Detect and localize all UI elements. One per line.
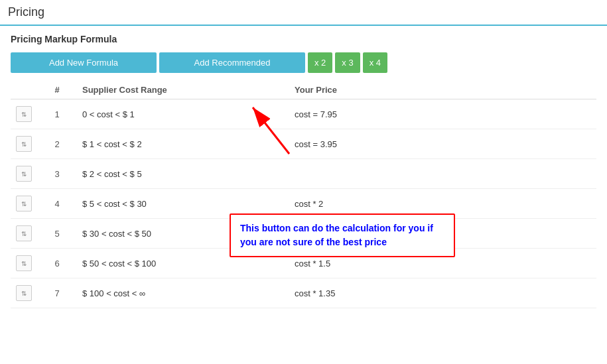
pricing-section: Pricing Markup Formula Add New Formula A… [0, 26, 607, 316]
section-title: Pricing Markup Formula [11, 34, 596, 44]
add-recommended-button[interactable]: Add Recommended [159, 52, 305, 73]
sort-cell[interactable]: ⇅ [11, 219, 37, 249]
header-sort [11, 81, 37, 99]
row-num: 6 [37, 249, 77, 278]
sort-control[interactable]: ⇅ [16, 225, 32, 241]
row-num: 4 [37, 189, 77, 219]
row-range: $ 1 < cost < $ 2 [77, 129, 210, 159]
header-arrow-spacer [210, 81, 289, 99]
header-range: Supplier Cost Range [77, 81, 210, 99]
row-spacer [210, 99, 289, 129]
sort-cell[interactable]: ⇅ [11, 159, 37, 189]
sort-cell[interactable]: ⇅ [11, 99, 37, 129]
row-range: $ 50 < cost < $ 100 [77, 249, 210, 278]
tooltip-text: This button can do the calculation for y… [230, 213, 455, 257]
row-num: 7 [37, 278, 77, 308]
table-row: ⇅3$ 2 < cost < $ 5 [11, 159, 596, 189]
multiplier-x3-button[interactable]: x 3 [335, 52, 360, 73]
header-num: # [37, 81, 77, 99]
sort-cell[interactable]: ⇅ [11, 189, 37, 219]
page-header: Pricing [0, 0, 607, 26]
pricing-table-container: # Supplier Cost Range Your Price ⇅10 < c… [11, 81, 596, 308]
sort-cell[interactable]: ⇅ [11, 129, 37, 159]
multiplier-x2-button[interactable]: x 2 [308, 52, 332, 73]
row-spacer [210, 129, 289, 159]
row-spacer [210, 278, 289, 308]
row-num: 2 [37, 129, 77, 159]
multiplier-x4-button[interactable]: x 4 [363, 52, 387, 73]
row-range: $ 5 < cost < $ 30 [77, 189, 210, 219]
row-range: $ 100 < cost < ∞ [77, 278, 210, 308]
row-num: 3 [37, 159, 77, 189]
add-new-formula-button[interactable]: Add New Formula [11, 52, 157, 73]
row-range: $ 2 < cost < $ 5 [77, 159, 210, 189]
table-row: ⇅7$ 100 < cost < ∞cost * 1.35 [11, 278, 596, 308]
page-title: Pricing [8, 5, 599, 19]
tooltip-annotation: This button can do the calculation for y… [230, 213, 455, 257]
row-num: 5 [37, 219, 77, 249]
row-price: cost * 1.35 [289, 278, 596, 308]
row-spacer [210, 159, 289, 189]
table-row: ⇅10 < cost < $ 1cost = 7.95 [11, 99, 596, 129]
main-wrapper: # Supplier Cost Range Your Price ⇅10 < c… [11, 81, 596, 308]
sort-control[interactable]: ⇅ [16, 196, 32, 212]
sort-control[interactable]: ⇅ [16, 255, 32, 271]
sort-control[interactable]: ⇅ [16, 136, 32, 152]
header-price: Your Price [289, 81, 596, 99]
row-price: cost = 3.95 [289, 129, 596, 159]
row-price [289, 159, 596, 189]
row-range: 0 < cost < $ 1 [77, 99, 210, 129]
table-row: ⇅2$ 1 < cost < $ 2cost = 3.95 [11, 129, 596, 159]
sort-control[interactable]: ⇅ [16, 106, 32, 122]
toolbar: Add New Formula Add Recommended x 2 x 3 … [11, 52, 596, 73]
sort-control[interactable]: ⇅ [16, 166, 32, 182]
sort-cell[interactable]: ⇅ [11, 249, 37, 278]
row-range: $ 30 < cost < $ 50 [77, 219, 210, 249]
sort-cell[interactable]: ⇅ [11, 278, 37, 308]
pricing-table: # Supplier Cost Range Your Price ⇅10 < c… [11, 81, 596, 308]
sort-control[interactable]: ⇅ [16, 285, 32, 301]
row-price: cost = 7.95 [289, 99, 596, 129]
row-num: 1 [37, 99, 77, 129]
